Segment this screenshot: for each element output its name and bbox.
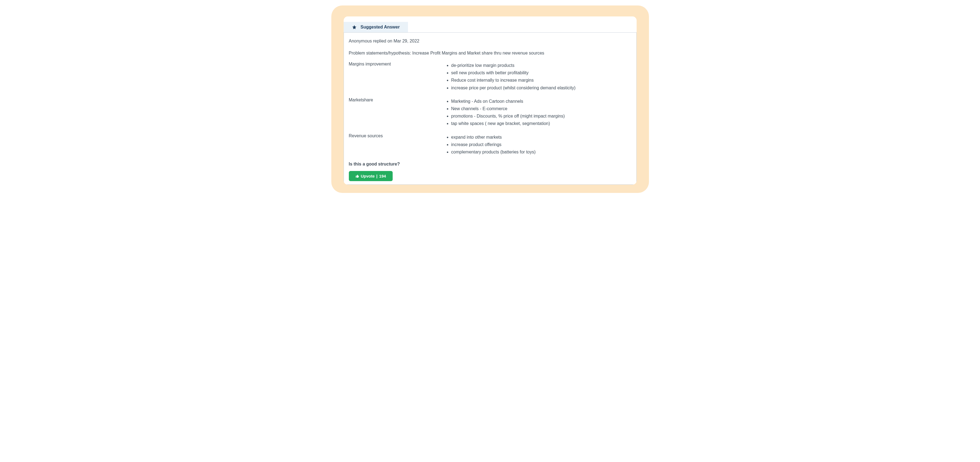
upvote-count: 194 <box>379 174 386 178</box>
list-item: complementary products (batteries for to… <box>451 148 536 156</box>
section-list: expand into other markets increase produ… <box>445 134 536 156</box>
reply-author: Anonymous <box>349 39 372 43</box>
answer-box: Anonymous replied on Mar 29, 2022 Proble… <box>344 32 636 185</box>
outer-frame: Suggested Answer Anonymous replied on Ma… <box>331 5 649 193</box>
list-item: New channels - E-commerce <box>451 105 565 112</box>
section-list: Marketing - Ads on Cartoon channels New … <box>445 97 565 127</box>
answer-card: Suggested Answer Anonymous replied on Ma… <box>344 16 636 185</box>
thumbs-up-icon <box>355 174 359 178</box>
list-item: increase price per product (whilst consi… <box>451 84 576 91</box>
list-item: tap white spaces ( new age bracket, segm… <box>451 120 565 127</box>
list-item: de-prioritize low margin products <box>451 62 576 69</box>
reply-line: Anonymous replied on Mar 29, 2022 <box>349 39 632 43</box>
upvote-button[interactable]: Upvote | 194 <box>349 171 393 181</box>
list-item: expand into other markets <box>451 134 536 141</box>
reply-verb: replied on <box>373 39 392 43</box>
upvote-separator: | <box>376 174 377 178</box>
closing-question: Is this a good structure? <box>349 162 632 167</box>
list-item: sell new products with better profitabil… <box>451 69 576 76</box>
suggested-answer-tab[interactable]: Suggested Answer <box>344 22 408 32</box>
section-row: Marketshare Marketing - Ads on Cartoon c… <box>349 97 632 127</box>
problem-statement: Problem statements/hypothesis: Increase … <box>349 51 632 56</box>
section-row: Margins improvement de-prioritize low ma… <box>349 62 632 91</box>
star-icon <box>352 25 357 30</box>
section-label: Marketshare <box>349 97 445 127</box>
upvote-label: Upvote <box>361 174 375 178</box>
suggested-answer-label: Suggested Answer <box>361 25 400 30</box>
section-label: Margins improvement <box>349 62 445 91</box>
list-item: Marketing - Ads on Cartoon channels <box>451 97 565 105</box>
list-item: Reduce cost internally to increase margi… <box>451 76 576 84</box>
section-label: Revenue sources <box>349 134 445 156</box>
list-item: promotions - Discounts, % price off (mig… <box>451 112 565 120</box>
list-item: increase product offerings <box>451 141 536 148</box>
section-list: de-prioritize low margin products sell n… <box>445 62 576 91</box>
section-row: Revenue sources expand into other market… <box>349 134 632 156</box>
reply-date: Mar 29, 2022 <box>393 39 419 43</box>
